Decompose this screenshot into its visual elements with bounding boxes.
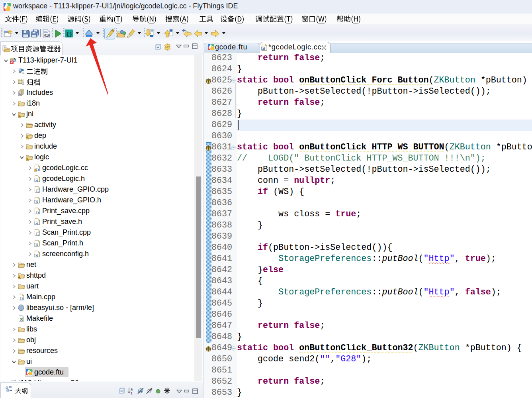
svg-text:c: c [14,380,16,381]
svg-text:z: z [131,391,133,395]
svg-text:.h: .h [35,254,37,258]
svg-text:.h: .h [35,200,37,204]
svg-text:.c: .c [37,211,39,215]
svg-text:01: 01 [22,71,25,74]
svg-text:10: 10 [18,68,22,71]
svg-text:c: c [14,57,16,60]
svg-text:a: a [131,387,133,391]
svg-text:.c: .c [21,297,23,301]
svg-text:.c: .c [37,233,39,236]
svg-text:.c: .c [37,168,39,172]
svg-text:.c: .c [262,47,265,51]
svg-text:h: h [19,92,21,96]
svg-text:010: 010 [44,33,50,37]
svg-text:{}: {} [66,31,72,37]
svg-text:.c: .c [37,190,39,193]
svg-text:.h: .h [35,179,37,182]
svg-text:.h: .h [35,243,37,247]
svg-text:.h: .h [35,222,37,225]
